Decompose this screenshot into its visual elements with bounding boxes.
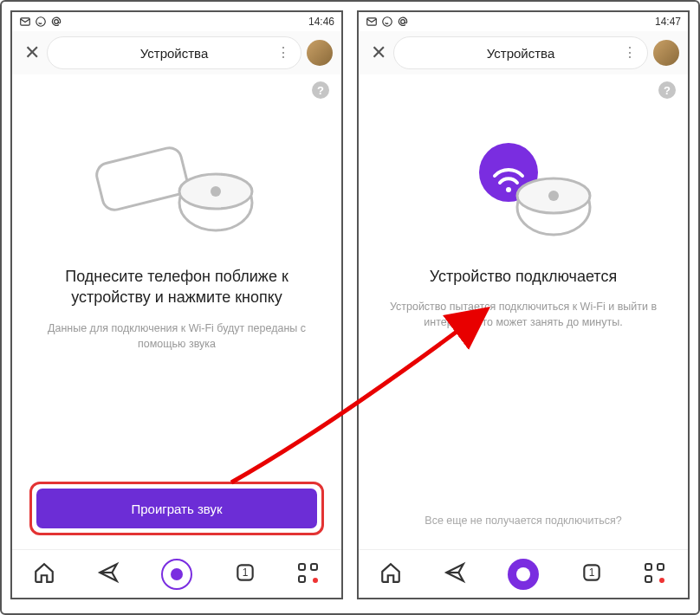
main-heading: Устройство подключается — [421, 266, 625, 287]
sub-text: Устройство пытается подключиться к Wi-Fi… — [371, 299, 676, 330]
header-pill[interactable]: Устройства ⋮ — [393, 36, 648, 69]
nav-tabs[interactable]: 1 — [234, 561, 256, 587]
bottom-nav: 1 — [359, 549, 688, 598]
apps-icon — [645, 563, 667, 586]
primary-button-highlight: Проиграть звук — [24, 478, 329, 542]
svg-point-6 — [211, 186, 221, 197]
nav-alice[interactable] — [508, 559, 539, 590]
whatsapp-icon — [381, 16, 393, 28]
svg-point-2 — [55, 20, 59, 24]
status-bar: 14:47 — [359, 12, 688, 31]
close-button[interactable]: ✕ — [367, 42, 390, 64]
content-area: ? — [359, 74, 688, 549]
avatar[interactable] — [653, 40, 679, 66]
main-heading: Поднесите телефон поближе к устройству и… — [24, 266, 329, 308]
svg-point-13 — [506, 187, 511, 192]
mail-icon — [366, 16, 378, 28]
header-title: Устройства — [140, 46, 208, 61]
nav-apps[interactable] — [645, 563, 667, 586]
svg-rect-3 — [94, 146, 190, 213]
nav-tabs[interactable]: 1 — [580, 561, 603, 587]
bottom-nav: 1 — [12, 549, 341, 598]
nav-send[interactable] — [97, 561, 120, 587]
status-time: 14:47 — [655, 16, 681, 28]
at-icon — [397, 16, 409, 28]
avatar[interactable] — [307, 40, 333, 66]
phone-right: 14:47 ✕ Устройства ⋮ ? — [357, 10, 690, 599]
at-icon — [50, 16, 62, 28]
play-sound-button[interactable]: Проиграть звук — [36, 489, 317, 528]
svg-text:1: 1 — [243, 566, 249, 579]
close-button[interactable]: ✕ — [21, 42, 43, 64]
svg-point-10 — [383, 17, 392, 27]
apps-icon — [298, 563, 321, 586]
svg-point-11 — [401, 20, 405, 24]
status-time: 14:46 — [308, 16, 334, 28]
mail-icon — [19, 16, 31, 28]
help-icon[interactable]: ? — [658, 81, 676, 99]
troubleshoot-link[interactable]: Все еще не получается подключиться? — [425, 515, 621, 527]
nav-apps[interactable] — [298, 563, 321, 586]
sub-text: Данные для подключения к Wi-Fi будут пер… — [24, 320, 329, 352]
status-icons — [366, 16, 409, 28]
more-icon[interactable]: ⋮ — [623, 46, 637, 60]
nav-alice[interactable] — [161, 559, 192, 590]
phones-wrap: 14:46 ✕ Устройства ⋮ ? — [2, 2, 698, 601]
svg-text:1: 1 — [589, 566, 595, 579]
help-icon[interactable]: ? — [312, 81, 329, 99]
nav-home[interactable] — [33, 561, 55, 587]
illustration-phone-speaker — [86, 129, 268, 242]
svg-point-16 — [548, 191, 559, 201]
nav-home[interactable] — [379, 561, 402, 587]
header-title: Устройства — [487, 46, 554, 61]
more-icon[interactable]: ⋮ — [276, 46, 290, 60]
svg-point-1 — [36, 17, 46, 27]
status-bar: 14:46 — [12, 12, 341, 31]
content-area: ? Поднесите телефон поближе к устройству… — [12, 74, 341, 549]
header: ✕ Устройства ⋮ — [12, 31, 341, 74]
status-icons — [19, 16, 62, 28]
nav-send[interactable] — [444, 561, 466, 587]
comparison-frame: 14:46 ✕ Устройства ⋮ ? — [0, 0, 700, 615]
header-pill[interactable]: Устройства ⋮ — [47, 36, 301, 69]
header: ✕ Устройства ⋮ — [359, 31, 688, 74]
phone-left: 14:46 ✕ Устройства ⋮ ? — [10, 10, 343, 599]
illustration-wifi-speaker — [432, 129, 614, 242]
whatsapp-icon — [35, 16, 47, 28]
